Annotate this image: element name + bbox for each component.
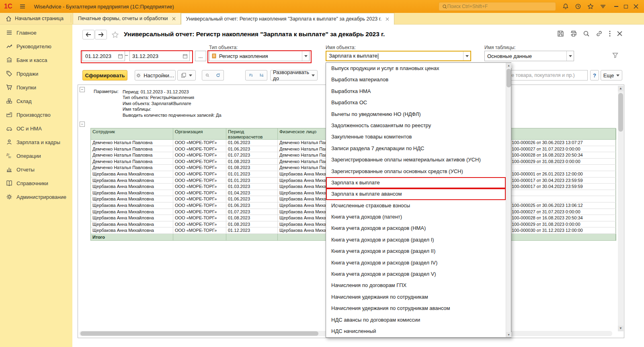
dropdown-item[interactable]: Книга учета доходов и расходов (раздел I… — [326, 246, 506, 257]
favorites-icon[interactable] — [587, 3, 594, 10]
period-from-field[interactable]: 01.12.2023 — [82, 51, 125, 61]
dropdown-item[interactable]: Выработка материалов — [326, 74, 506, 85]
help-button[interactable]: ? — [590, 70, 599, 81]
period-to-field[interactable]: 31.12.2023 — [129, 51, 190, 61]
print-preview-icon[interactable] — [583, 30, 590, 37]
service-menu-icon[interactable] — [600, 3, 606, 10]
dropdown-item[interactable]: Книга учета доходов и расходов (раздел I… — [326, 257, 506, 269]
dropdown-item[interactable]: Исчисленные страховые взносы — [326, 200, 506, 211]
tab-universal-report[interactable]: Универсальный отчет: Регистр накопления … — [181, 13, 395, 25]
chevron-down-icon[interactable] — [302, 51, 309, 61]
sort-ascending-button[interactable] — [245, 70, 256, 81]
cell-registrar — [510, 196, 616, 202]
col-header-period[interactable]: Период взаиморасчетов — [226, 128, 278, 140]
period-more-button[interactable]: ... — [195, 51, 206, 61]
close-tab-icon[interactable] — [172, 17, 176, 21]
history-icon[interactable] — [575, 3, 581, 10]
more-menu-icon[interactable] — [609, 30, 611, 37]
table-name-select[interactable]: Основные данные — [484, 51, 574, 61]
horizontal-scrollbar-thumb[interactable] — [80, 331, 318, 336]
sidebar-item-production[interactable]: Производство — [0, 108, 72, 122]
chevron-down-icon[interactable] — [463, 52, 470, 60]
back-button[interactable] — [82, 30, 94, 39]
sidebar-item-operations[interactable]: ДтКт Операции — [0, 149, 72, 163]
sidebar-item-bank-cash[interactable]: Банк и касса — [0, 53, 72, 67]
scroll-up-icon[interactable]: ▲ — [618, 86, 623, 91]
calendar-icon[interactable] — [183, 54, 189, 59]
scroll-up-icon[interactable]: ▲ — [506, 63, 511, 68]
dropdown-item[interactable]: Зарегистрированные оплаты основных средс… — [326, 166, 506, 177]
collapse-group-button[interactable]: − — [80, 87, 85, 92]
sidebar-item-salary-hr[interactable]: Зарплата и кадры — [0, 135, 72, 149]
get-link-icon[interactable] — [596, 30, 603, 37]
dropdown-item[interactable]: Начисления удержания по сотрудникам — [326, 291, 506, 303]
dropdown-item[interactable]: НДС начисленный — [326, 326, 506, 337]
col-header-employee[interactable]: Сотрудник — [91, 128, 173, 140]
favorite-star-icon[interactable] — [111, 31, 119, 39]
scroll-down-icon[interactable]: ▼ — [618, 326, 623, 331]
find-in-report-button[interactable] — [202, 70, 213, 81]
dropdown-item[interactable]: Вычеты по уведомлению НО (НДФЛ) — [326, 109, 506, 120]
calendar-icon[interactable] — [118, 54, 125, 59]
dropdown-item[interactable]: Зарегистрированные оплаты нематериальных… — [326, 154, 506, 165]
settings-button[interactable]: Настройки… — [135, 70, 176, 81]
sidebar-item-main[interactable]: Главное — [0, 26, 72, 39]
sidebar-item-sales[interactable]: Продажи — [0, 67, 72, 81]
dropdown-item[interactable]: Записи раздела 7 декларации по НДС — [326, 143, 506, 154]
object-name-combo[interactable]: Зарплата к выплате — [326, 51, 471, 61]
collapse-group-button[interactable]: − — [80, 122, 85, 127]
dropdown-item[interactable]: Зарплата к выплате авансом — [326, 188, 506, 200]
sidebar-item-purchases[interactable]: Покупки — [0, 81, 72, 94]
sidebar-item-directories[interactable]: Справочники — [0, 176, 72, 190]
dropdown-item[interactable]: Закупленные товары комитентов — [326, 131, 506, 143]
filter-funnel-icon[interactable] — [612, 52, 619, 58]
dropdown-item[interactable]: Зарплата к выплате — [326, 177, 506, 188]
vertical-scrollbar-thumb[interactable] — [618, 93, 623, 132]
sidebar-item-reports[interactable]: Отчеты — [0, 163, 72, 176]
dropdown-item[interactable]: Книга учета доходов и расходов (НМА) — [326, 223, 506, 234]
dropdown-item[interactable]: Задолженность самозанятым по реестру — [326, 120, 506, 131]
tab-home[interactable]: Начальная страница — [0, 13, 71, 24]
report-search-input[interactable]: е товара, покупателя и пр.) — [511, 70, 588, 81]
sidebar-item-administration[interactable]: Администрирование — [0, 190, 72, 204]
forward-button[interactable] — [95, 30, 107, 39]
dropdown-item[interactable]: Книга учета доходов и расходов (раздел V… — [326, 269, 506, 280]
save-icon[interactable] — [557, 30, 564, 37]
maximize-icon[interactable] — [624, 5, 628, 8]
global-search[interactable] — [439, 2, 556, 11]
dropdown-item[interactable]: Книга учета доходов и расходов (раздел I… — [326, 234, 506, 246]
sidebar-item-fixed-assets[interactable]: ОС и НМА — [0, 122, 72, 135]
close-window-icon[interactable] — [634, 4, 638, 9]
dropdown-item[interactable]: Выработка ОС — [326, 97, 506, 108]
dropdown-scrollbar-thumb[interactable] — [507, 69, 511, 87]
expand-to-button[interactable]: Разворачивать до — [270, 70, 318, 81]
more-button[interactable]: Еще — [601, 70, 622, 81]
vertical-scrollbar[interactable]: ▲ ▼ — [618, 86, 623, 331]
generate-button[interactable]: Сформировать — [82, 70, 127, 81]
dropdown-item[interactable]: Выработка НМА — [326, 86, 506, 97]
sidebar-item-manager[interactable]: Руководителю — [0, 39, 72, 53]
scroll-down-icon[interactable]: ▼ — [506, 332, 511, 337]
dropdown-scrollbar[interactable]: ▲ ▼ — [506, 63, 511, 337]
search-icon — [442, 4, 447, 9]
dropdown-item[interactable]: Выпуск продукции и услуг в плановых цена… — [326, 63, 506, 74]
main-menu-icon[interactable] — [19, 3, 26, 10]
sidebar-item-warehouse[interactable]: Склад — [0, 94, 72, 108]
close-tab-icon[interactable] — [386, 17, 389, 21]
global-search-input[interactable] — [447, 4, 552, 9]
refresh-button[interactable] — [213, 70, 224, 81]
dropdown-item[interactable]: Книга учета доходов (патент) — [326, 211, 506, 223]
notifications-icon[interactable] — [562, 3, 569, 10]
print-icon[interactable] — [570, 30, 577, 37]
dropdown-item[interactable]: Начисления по договорам ГПХ — [326, 280, 506, 291]
object-type-select[interactable]: Регистр накопления — [209, 51, 310, 61]
dropdown-item[interactable]: НДС авансы по договорам комиссии — [326, 314, 506, 326]
chevron-down-icon[interactable] — [566, 51, 574, 61]
col-header-organization[interactable]: Организация — [173, 128, 226, 140]
minimize-icon[interactable] — [614, 6, 618, 7]
dropdown-item[interactable]: Начисления удержания по сотрудникам аван… — [326, 303, 506, 314]
close-report-icon[interactable] — [617, 31, 622, 36]
copy-settings-button[interactable] — [177, 70, 196, 81]
sort-descending-button[interactable] — [256, 70, 267, 81]
tab-printed-forms[interactable]: Печатные формы, отчеты и обработки — [73, 13, 181, 24]
